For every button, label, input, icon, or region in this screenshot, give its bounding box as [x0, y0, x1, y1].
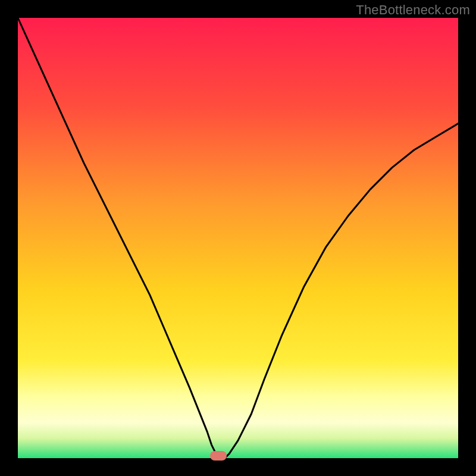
chart-frame: TheBottleneck.com [0, 0, 476, 476]
optimal-point-marker [210, 451, 227, 461]
gradient-background [18, 18, 458, 458]
plot-area [18, 18, 458, 458]
watermark-text: TheBottleneck.com [356, 2, 470, 18]
bottleneck-line-chart [18, 18, 458, 458]
